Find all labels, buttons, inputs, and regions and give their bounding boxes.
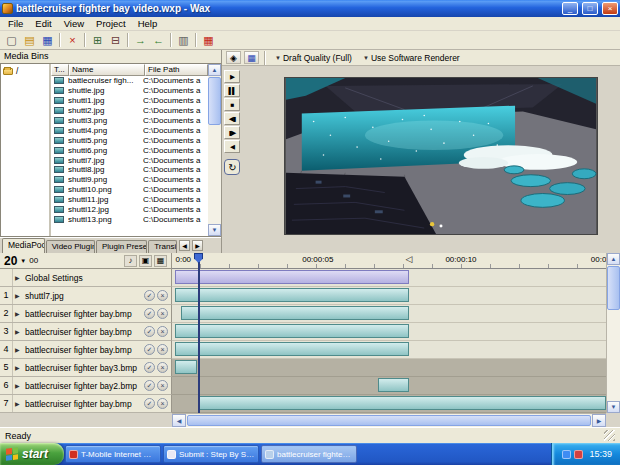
import-button[interactable]: → xyxy=(132,32,149,48)
pause-button[interactable]: ▌▌ xyxy=(224,84,240,97)
track-header[interactable]: 7▶battlecruiser fighter bay.bmp✓× xyxy=(0,395,172,413)
track-enable-icon[interactable]: ✓ xyxy=(144,326,155,337)
menu-item-help[interactable]: Help xyxy=(132,18,164,29)
list-item[interactable]: shuttl10.pngC:\Documents a xyxy=(51,185,208,195)
list-item[interactable]: shuttl3.pngC:\Documents a xyxy=(51,116,208,126)
track-header[interactable]: 1▶shuttl7.jpg✓× xyxy=(0,287,172,305)
play-reverse-button[interactable]: ◀ xyxy=(224,140,240,153)
frame-icon[interactable]: ▣ xyxy=(139,255,152,267)
scroll-left-icon[interactable]: ◀ xyxy=(172,414,186,427)
timeline-secondary-value[interactable]: 00 xyxy=(29,256,38,265)
expand-arrow-icon[interactable]: ▶ xyxy=(15,310,23,317)
scroll-right-icon[interactable]: ▶ xyxy=(592,414,606,427)
tray-icon[interactable] xyxy=(562,450,571,459)
renderer-dropdown[interactable]: ▼ Use Software Renderer xyxy=(359,53,464,63)
expand-arrow-icon[interactable]: ▶ xyxy=(15,292,23,299)
timeline-clip[interactable] xyxy=(198,396,606,410)
list-item[interactable]: shuttl2.jpgC:\Documents a xyxy=(51,106,208,116)
new-button[interactable]: ▢ xyxy=(3,32,20,48)
tab-scroll-right-icon[interactable]: ▶ xyxy=(192,240,203,251)
timeline-clip[interactable] xyxy=(175,342,408,356)
track-header[interactable]: 4▶battlecruiser fighter bay.bmp✓× xyxy=(0,341,172,359)
scroll-down-icon[interactable]: ▼ xyxy=(607,401,620,413)
resize-grip-icon[interactable] xyxy=(604,430,615,441)
timeline-clip[interactable] xyxy=(175,324,408,338)
track-lane[interactable] xyxy=(172,377,606,395)
column-header[interactable]: Name xyxy=(69,64,145,76)
track-header[interactable]: 2▶battlecruiser fighter bay.bmp✓× xyxy=(0,305,172,323)
expand-arrow-icon[interactable]: ▶ xyxy=(15,364,23,371)
tab-transi[interactable]: Transi xyxy=(148,240,177,253)
playhead-line[interactable] xyxy=(198,261,200,413)
bin-root-item[interactable]: / xyxy=(3,66,47,76)
list-item[interactable]: shuttl5.pngC:\Documents a xyxy=(51,135,208,145)
column-header[interactable]: T... xyxy=(51,64,69,76)
track-header[interactable]: 3▶battlecruiser fighter bay.bmp✓× xyxy=(0,323,172,341)
track-header[interactable]: ▶Global Settings xyxy=(0,269,172,287)
loop-button[interactable]: ↻ xyxy=(224,159,240,175)
stop-button[interactable]: ■ xyxy=(224,98,240,111)
timeline-clip[interactable] xyxy=(175,360,197,374)
list-item[interactable]: shuttl4.pngC:\Documents a xyxy=(51,125,208,135)
menu-item-project[interactable]: Project xyxy=(90,18,132,29)
track-delete-icon[interactable]: × xyxy=(157,398,168,409)
media-list-scrollbar[interactable]: ▲ ▼ xyxy=(208,64,221,236)
taskbar-task[interactable]: battlecruiser fighter b... xyxy=(261,445,357,463)
timeline-clip[interactable] xyxy=(175,270,408,284)
save-button[interactable]: ▦ xyxy=(39,32,56,48)
track-header[interactable]: 5▶battlecruiser fighter bay3.bmp✓× xyxy=(0,359,172,377)
open-button[interactable]: ▤ xyxy=(21,32,38,48)
track-enable-icon[interactable]: ✓ xyxy=(144,398,155,409)
audio-icon[interactable]: ♪ xyxy=(124,255,137,267)
chevron-down-icon[interactable]: ▼ xyxy=(20,258,26,264)
tab-scroll-left-icon[interactable]: ◀ xyxy=(179,240,190,251)
menu-item-view[interactable]: View xyxy=(58,18,90,29)
track-lane[interactable] xyxy=(172,341,606,359)
list-item[interactable]: battlecruiser figh...C:\Documents a xyxy=(51,76,208,86)
scroll-down-icon[interactable]: ▼ xyxy=(208,224,221,236)
pan-hand-icon[interactable]: ◈ xyxy=(226,51,241,64)
remove-media-button[interactable]: ⊟ xyxy=(107,32,124,48)
timeline-clip[interactable] xyxy=(175,288,408,302)
track-enable-icon[interactable]: ✓ xyxy=(144,362,155,373)
tab-video-plugins[interactable]: Video Plugins xyxy=(46,240,95,253)
export-button[interactable]: ← xyxy=(150,32,167,48)
scroll-up-icon[interactable]: ▲ xyxy=(208,64,221,76)
timeline-ruler[interactable]: 0:0000:00:0500:00:1000:00:1◁ xyxy=(172,253,606,269)
columns-button[interactable]: ▥ xyxy=(175,32,192,48)
scrollbar-thumb[interactable] xyxy=(607,266,620,310)
track-delete-icon[interactable]: × xyxy=(157,326,168,337)
list-item[interactable]: shuttl13.pngC:\Documents a xyxy=(51,214,208,224)
start-button[interactable]: start xyxy=(0,443,64,465)
timeline-zoom-value[interactable]: 20 xyxy=(4,254,17,268)
track-delete-icon[interactable]: × xyxy=(157,308,168,319)
timeline-clip[interactable] xyxy=(378,378,408,392)
timeline-hscrollbar[interactable]: ◀ ▶ xyxy=(172,413,606,427)
expand-arrow-icon[interactable]: ▶ xyxy=(15,328,23,335)
list-item[interactable]: shuttl12.jpgC:\Documents a xyxy=(51,205,208,215)
timeline-marker-icon[interactable]: ◁ xyxy=(405,254,412,264)
menu-item-edit[interactable]: Edit xyxy=(29,18,57,29)
list-item[interactable]: shuttl1.jpgC:\Documents a xyxy=(51,96,208,106)
track-lane[interactable] xyxy=(172,305,606,323)
minimize-button[interactable]: _ xyxy=(562,2,578,15)
prev-frame-button[interactable]: ◀▮ xyxy=(224,112,240,125)
maximize-button[interactable]: □ xyxy=(582,2,598,15)
timeline-vscrollbar[interactable]: ▲ ▼ xyxy=(606,253,620,413)
save-frame-icon[interactable]: ▦ xyxy=(244,51,259,64)
render-button[interactable]: ▦ xyxy=(200,32,217,48)
taskbar-task[interactable]: T-Mobile Internet Ma... xyxy=(65,445,161,463)
track-lane[interactable] xyxy=(172,323,606,341)
add-media-button[interactable]: ⊞ xyxy=(89,32,106,48)
list-item[interactable]: shuttl6.pngC:\Documents a xyxy=(51,145,208,155)
track-delete-icon[interactable]: × xyxy=(157,362,168,373)
next-frame-button[interactable]: ▮▶ xyxy=(224,126,240,139)
expand-arrow-icon[interactable]: ▶ xyxy=(15,400,23,407)
scroll-up-icon[interactable]: ▲ xyxy=(607,253,620,265)
quality-dropdown[interactable]: ▼ Draft Quality (Full) xyxy=(271,53,356,63)
play-button[interactable]: ▶ xyxy=(224,70,240,83)
track-lane[interactable] xyxy=(172,269,606,287)
track-lane[interactable] xyxy=(172,359,606,377)
track-enable-icon[interactable]: ✓ xyxy=(144,344,155,355)
delete-button[interactable]: × xyxy=(64,32,81,48)
